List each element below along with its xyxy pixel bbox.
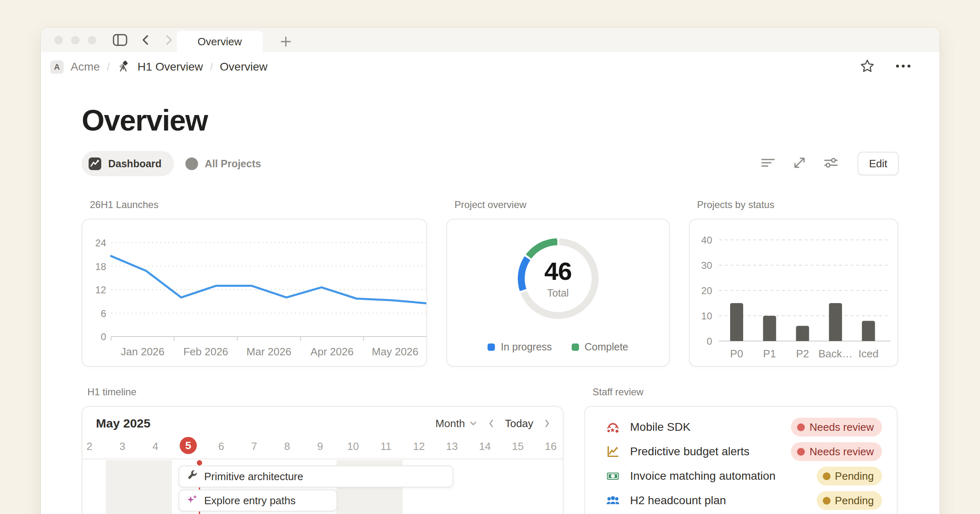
tab-label: Overview <box>198 35 242 48</box>
staff-review-section: Staff review Mobile SDKNeeds reviewPredi… <box>584 386 898 514</box>
staff-review-row[interactable]: Mobile SDKNeeds review <box>606 415 882 439</box>
wrench-icon <box>187 470 198 484</box>
breadcrumb-current[interactable]: Overview <box>220 60 267 73</box>
window-minimize-button[interactable] <box>71 36 80 44</box>
svg-text:Back…: Back… <box>818 348 853 360</box>
workspace-avatar[interactable]: A <box>50 60 64 74</box>
timeline-header: May 2025 Month Today <box>82 407 563 440</box>
edit-button[interactable]: Edit <box>858 152 899 175</box>
donut-center: 46 Total <box>525 245 592 312</box>
svg-text:18: 18 <box>95 261 106 272</box>
svg-text:Jan 2026: Jan 2026 <box>121 346 165 358</box>
timeline-day: 10 <box>347 440 359 453</box>
view-tabs: Dashboard All Projects Edit <box>82 151 899 176</box>
view-tab-all-projects[interactable]: All Projects <box>185 157 261 170</box>
breadcrumb-workspace[interactable]: Acme <box>71 60 100 73</box>
line-chart: 06121824Jan 2026Feb 2026Mar 2026Apr 2026… <box>82 219 426 367</box>
timeline-day: 15 <box>512 440 524 453</box>
project-overview-section: Project overview 46 Total In progressCom… <box>446 199 670 367</box>
tab-overview[interactable]: Overview <box>177 31 263 52</box>
legend-label: Complete <box>585 341 628 353</box>
status-badge[interactable]: Pending <box>817 491 882 510</box>
tab-bar: Overview <box>41 28 940 52</box>
lower-row: H1 timeline May 2025 Month Today <box>82 386 899 514</box>
settings-sliders-icon[interactable] <box>823 156 839 171</box>
svg-text:Apr 2026: Apr 2026 <box>310 346 354 358</box>
staff-review-row[interactable]: H2 headcount planPending <box>606 488 882 513</box>
svg-text:P1: P1 <box>763 348 776 360</box>
timeline-day: 13 <box>446 440 458 453</box>
section-label: H1 timeline <box>87 386 564 398</box>
timeline-view-selector[interactable]: Month <box>435 417 477 430</box>
timeline-event[interactable]: Primitive architecture <box>178 465 453 487</box>
forward-icon[interactable] <box>163 34 174 46</box>
legend-label: In progress <box>501 341 552 353</box>
line-chart-card: 06121824Jan 2026Feb 2026Mar 2026Apr 2026… <box>82 219 427 367</box>
svg-text:6: 6 <box>101 308 106 319</box>
svg-text:30: 30 <box>701 260 712 271</box>
svg-text:Iced: Iced <box>858 348 878 360</box>
timeline-controls: Month Today <box>435 417 550 430</box>
svg-text:10: 10 <box>701 310 712 321</box>
status-badge[interactable]: Pending <box>817 467 882 485</box>
today-marker-dot <box>197 460 202 465</box>
svg-text:24: 24 <box>95 237 106 248</box>
timeline-event[interactable]: Explore entry paths <box>178 490 337 512</box>
timeline-day: 14 <box>479 440 491 453</box>
bar-chart-card: 010203040P0P1P2Back…Iced <box>689 219 898 367</box>
timeline-day: 6 <box>218 440 224 453</box>
all-projects-icon <box>185 157 198 170</box>
telescope-icon <box>117 59 131 75</box>
legend-swatch <box>488 343 495 351</box>
sidebar-toggle-icon[interactable] <box>113 33 127 47</box>
view-tab-label: All Projects <box>205 158 261 170</box>
window-zoom-button[interactable] <box>88 36 96 44</box>
timeline-prev-icon[interactable] <box>488 419 494 428</box>
timeline-next-icon[interactable] <box>544 419 550 428</box>
expand-icon[interactable] <box>792 155 807 172</box>
back-icon[interactable] <box>140 34 151 46</box>
timeline-day: 11 <box>381 440 392 453</box>
staff-review-row[interactable]: Invoice matching automationPending <box>606 464 882 488</box>
more-options-icon[interactable] <box>895 63 912 71</box>
chevron-down-icon <box>469 421 477 426</box>
section-label: Staff review <box>592 386 898 398</box>
banknote-icon <box>606 469 620 483</box>
donut-total-value: 46 <box>544 259 572 284</box>
timeline-day: 7 <box>251 440 257 453</box>
people-icon <box>606 493 620 508</box>
timeline-day: 8 <box>284 440 290 453</box>
view-tab-dashboard[interactable]: Dashboard <box>82 151 174 176</box>
window-controls <box>54 36 96 44</box>
timeline-day: 4 <box>152 440 158 453</box>
timeline-section: H1 timeline May 2025 Month Today <box>82 386 564 514</box>
donut-chart-card: 46 Total In progressComplete <box>446 219 670 367</box>
staff-review-card: Mobile SDKNeeds reviewPredictive budget … <box>584 406 898 514</box>
status-badge[interactable]: Needs review <box>791 418 882 436</box>
status-badge[interactable]: Needs review <box>791 442 882 461</box>
timeline-grid: Primitive architecture Explore entry pat… <box>82 459 563 514</box>
timeline-month-title: May 2025 <box>96 417 150 430</box>
filter-icon[interactable] <box>760 156 776 171</box>
status-dot-icon <box>797 448 805 456</box>
timeline-today-button[interactable]: Today <box>505 417 533 430</box>
weekend-column <box>139 460 172 514</box>
status-dot-icon <box>823 472 831 480</box>
view-tab-label: Dashboard <box>108 158 162 170</box>
section-label: Projects by status <box>697 199 898 210</box>
svg-text:May 2026: May 2026 <box>372 346 419 358</box>
breadcrumb-parent[interactable]: H1 Overview <box>138 60 203 73</box>
new-tab-button[interactable] <box>277 33 295 50</box>
by-status-section: Projects by status 010203040P0P1P2Back…I… <box>689 199 898 367</box>
timeline-card: May 2025 Month Today 2345678910111213141… <box>82 406 564 514</box>
svg-text:20: 20 <box>701 285 712 296</box>
donut-total-caption: Total <box>547 287 569 299</box>
status-label: Pending <box>835 494 874 507</box>
breadcrumb-divider: / <box>210 61 213 73</box>
status-dot-icon <box>823 497 831 505</box>
favorite-star-icon[interactable] <box>860 58 875 75</box>
window-close-button[interactable] <box>54 36 63 44</box>
timeline-day: 12 <box>413 440 425 453</box>
staff-review-row[interactable]: Predictive budget alertsNeeds review <box>606 439 882 464</box>
staff-item-title: Invoice matching automation <box>630 470 775 483</box>
